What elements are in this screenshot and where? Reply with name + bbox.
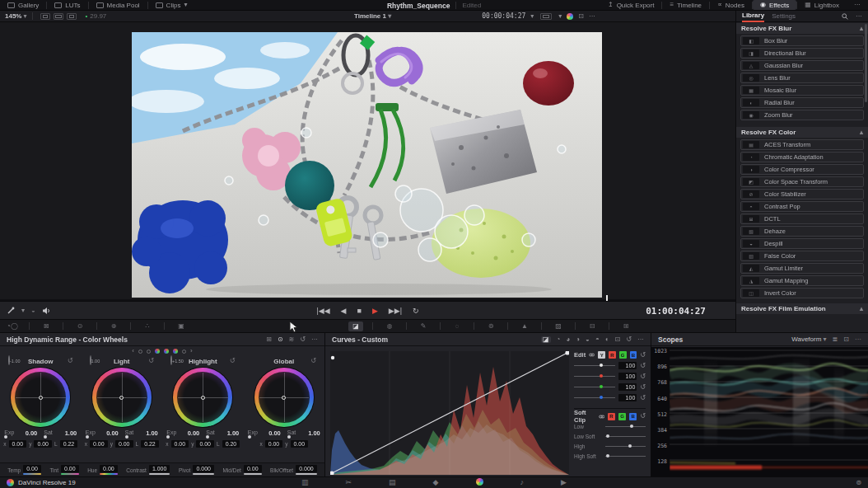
- x-value[interactable]: 0.00: [9, 440, 27, 448]
- color-wheel-light[interactable]: [92, 368, 152, 427]
- exp-slider[interactable]: Exp0.00: [4, 429, 37, 437]
- hdr-grade-icon[interactable]: ⊕: [106, 321, 121, 331]
- fx-dctl[interactable]: ⊞DCTL: [740, 214, 864, 224]
- add-node-icon[interactable]: ⊞: [266, 336, 272, 343]
- skip-start-button[interactable]: |◀◀: [316, 307, 329, 315]
- sat-slider[interactable]: Sat1.00: [44, 429, 77, 437]
- section-resolve-fx-color[interactable]: Resolve FX Color ▴: [736, 127, 868, 138]
- timeline-button[interactable]: ≡Timeline: [662, 0, 709, 10]
- panel-overflow-icon[interactable]: ···: [311, 336, 318, 343]
- fx-gamut-limiter[interactable]: ◭Gamut Limiter: [740, 263, 864, 274]
- curve-lum-sat-icon[interactable]: ◒: [586, 336, 590, 343]
- clip-timecode[interactable]: 00:00:04:27: [482, 12, 525, 20]
- fx-directional-blur[interactable]: ◨Directional Blur: [740, 48, 864, 59]
- fx-despill[interactable]: ◒Despill: [740, 238, 864, 249]
- tab-library[interactable]: Library: [742, 10, 764, 22]
- channel-r-button[interactable]: R: [609, 351, 616, 359]
- magic-mask-icon[interactable]: ▲: [517, 321, 532, 331]
- curve-sat-lum-icon[interactable]: ◐: [605, 336, 609, 343]
- video-frame[interactable]: [132, 32, 602, 298]
- loop-button[interactable]: ↻: [413, 307, 419, 315]
- curve-sat-sat-icon[interactable]: ◓: [595, 336, 600, 343]
- pager-dot[interactable]: [155, 349, 160, 354]
- exp-slider[interactable]: Exp0.00: [248, 429, 281, 437]
- curve-hue-lum-icon[interactable]: ◑: [576, 336, 580, 343]
- reset-panel-icon[interactable]: ↺: [300, 336, 306, 343]
- reset-wheel-icon[interactable]: ↺: [148, 357, 154, 364]
- curves-reset-icon[interactable]: ↺: [626, 336, 632, 343]
- fx-lens-blur[interactable]: ◎Lens Blur: [740, 73, 864, 83]
- soft-clip-low-soft-slider[interactable]: Low Soft: [574, 431, 646, 441]
- l-value[interactable]: 0.22: [60, 440, 78, 448]
- zoom-chevron-icon[interactable]: ▾: [23, 13, 26, 20]
- quick-export-button[interactable]: ↥Quick Export: [600, 0, 662, 10]
- fx-mosaic-blur[interactable]: ▦Mosaic Blur: [740, 85, 864, 96]
- page-cut[interactable]: ✂: [343, 477, 356, 488]
- target-icon[interactable]: ⊙: [278, 336, 283, 343]
- l-value[interactable]: 0.22: [141, 440, 159, 448]
- library-scrollbar[interactable]: [865, 24, 867, 102]
- media-pool-button[interactable]: Media Pool: [89, 0, 147, 10]
- fx-zoom-blur[interactable]: ◉Zoom Blur: [740, 110, 864, 120]
- fx-false-color[interactable]: ▥False Color: [740, 251, 864, 261]
- page-fusion[interactable]: ◆: [430, 477, 442, 488]
- y-value[interactable]: 0.00: [34, 440, 52, 448]
- y-value[interactable]: 0.00: [115, 440, 133, 448]
- section-resolve-fx-blur[interactable]: Resolve FX Blur ▴: [736, 23, 868, 34]
- x-value[interactable]: 0.00: [171, 440, 189, 448]
- color-wheels-icon[interactable]: ⊙: [72, 321, 87, 331]
- page-deliver[interactable]: ▶: [558, 477, 570, 488]
- sat-slider[interactable]: Sat1.00: [125, 429, 158, 437]
- zone-control[interactable]: -1.00: [8, 356, 21, 364]
- pager-prev-icon[interactable]: ‹: [132, 348, 134, 354]
- pager-dot[interactable]: [138, 350, 142, 354]
- curves-overflow-icon[interactable]: ···: [637, 336, 644, 343]
- effects-button[interactable]: ◉Effects: [753, 0, 796, 10]
- channel-g-button[interactable]: G: [619, 351, 627, 359]
- section-resolve-fx-film-emulation[interactable]: Resolve FX Film Emulation ▴: [736, 303, 868, 314]
- fx-gaussian-blur[interactable]: ◬Gaussian Blur: [740, 60, 864, 71]
- expand-viewer-icon[interactable]: ⊡: [578, 13, 584, 20]
- fx-color-compressor[interactable]: ◑Color Compressor: [740, 164, 864, 175]
- link-channels-icon[interactable]: [589, 352, 595, 358]
- stop-button[interactable]: ■: [357, 307, 362, 315]
- fx-color-space-transform[interactable]: ◩Color Space Transform: [740, 176, 864, 187]
- skip-end-button[interactable]: ▶▶|: [389, 307, 402, 315]
- scope-expand-icon[interactable]: ⊡: [843, 336, 849, 343]
- link-channels-icon[interactable]: [599, 414, 604, 420]
- waveform-scope[interactable]: 1023896768640 512384256128: [651, 347, 868, 477]
- field-temp[interactable]: Temp0.00: [7, 465, 41, 475]
- rgb-mixer-icon[interactable]: ∴: [140, 321, 155, 331]
- motion-effects-icon[interactable]: ▣: [174, 321, 189, 331]
- fx-aces-transform[interactable]: ▤ACES Transform: [740, 139, 864, 150]
- lightbox-button[interactable]: ▦Lightbox: [797, 0, 847, 10]
- scope-overflow-icon[interactable]: ···: [855, 336, 861, 343]
- pager-dot[interactable]: [173, 349, 178, 354]
- top-overflow-button[interactable]: ···: [847, 0, 868, 10]
- x-value[interactable]: 0.00: [90, 440, 108, 448]
- library-overflow-icon[interactable]: ···: [856, 13, 862, 20]
- scope-settings-icon[interactable]: ≣: [833, 336, 838, 343]
- curve-graph[interactable]: [330, 351, 569, 475]
- field-blk-offset[interactable]: Blk/Offset0.000: [270, 465, 317, 475]
- timeline-selector[interactable]: Timeline 1 ▾: [354, 12, 391, 20]
- fx-invert-color[interactable]: ◫Invert Color: [740, 288, 864, 298]
- page-color[interactable]: [473, 477, 487, 488]
- red-mix-slider[interactable]: 100↺: [574, 371, 646, 382]
- field-hue[interactable]: Hue0.00: [87, 465, 118, 475]
- curves-expand-icon[interactable]: ⊡: [615, 336, 621, 343]
- color-wheel-shadow[interactable]: [11, 368, 70, 427]
- pager-dot[interactable]: [182, 350, 186, 354]
- reset-icon[interactable]: ↺: [640, 395, 646, 401]
- softclip-r-button[interactable]: R: [608, 413, 615, 420]
- reset-wheel-icon[interactable]: ↺: [310, 357, 316, 364]
- luts-button[interactable]: LUTs: [47, 0, 87, 10]
- page-media[interactable]: ▥: [298, 477, 312, 488]
- channel-y-button[interactable]: Y: [598, 351, 605, 359]
- color-match-icon[interactable]: ⊠: [39, 321, 54, 331]
- soft-clip-low-slider[interactable]: Low: [574, 421, 646, 431]
- color-wheel-global[interactable]: [254, 368, 314, 427]
- play-button[interactable]: ▶: [372, 307, 378, 315]
- gallery-button[interactable]: Gallery: [0, 0, 46, 10]
- reset-wheel-icon[interactable]: ↺: [68, 357, 73, 364]
